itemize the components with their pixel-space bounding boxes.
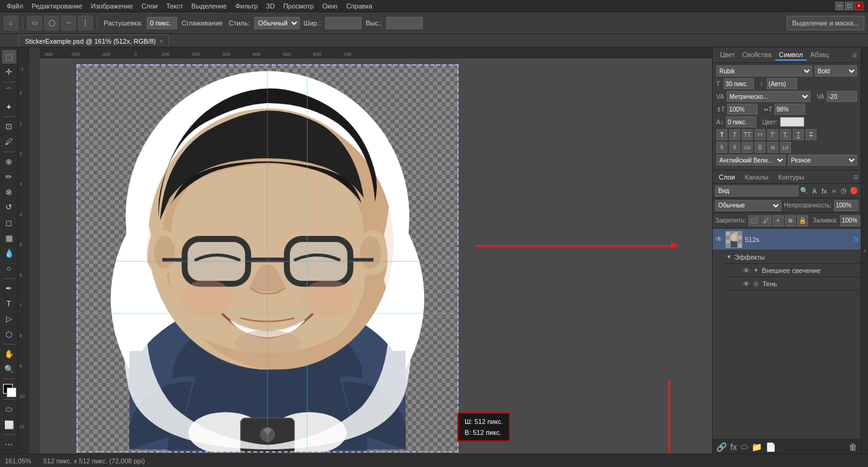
tool-zoom[interactable]: 🔍 [2,362,16,376]
layer-tab-channels[interactable]: Каналы [741,172,772,182]
select-mask-btn[interactable]: Выделение и маска... [787,16,864,30]
tracking-input[interactable] [827,91,857,102]
layer-item[interactable]: 👁 [713,229,861,250]
tool-pen[interactable]: ✒ [2,281,16,295]
menu-filter[interactable]: Фильтр [231,1,262,11]
tool-shape[interactable]: ⬡ [2,327,16,341]
new-layer-btn[interactable]: 📄 [765,442,776,452]
style-select[interactable]: Обычный [254,17,300,29]
height-input[interactable] [386,17,423,29]
tool-path-select[interactable]: ▷ [2,312,16,326]
strikethrough-btn[interactable]: T [806,129,816,140]
tool-mask-mode[interactable]: ⬭ [2,402,16,416]
feathering-input[interactable] [147,17,177,29]
minimize-btn[interactable]: ─ [835,2,844,10]
tool-hand[interactable]: ✋ [2,347,16,361]
add-style-btn[interactable]: fx [730,442,737,452]
superscript-btn[interactable]: T' [767,129,778,140]
lock-transparent[interactable]: ⬚ [749,215,759,226]
color-swatch[interactable] [2,383,16,397]
layer-tab-layers[interactable]: Слои [715,172,739,182]
font-family-select[interactable]: Rubik [716,66,812,76]
lock-artboard[interactable]: ⊕ [785,215,796,226]
italic-btn[interactable]: T [729,129,740,140]
font-size-input[interactable] [724,78,754,89]
tool-selection[interactable]: ⬚ [2,50,16,64]
tool-lasso[interactable]: ⌒ [2,85,16,99]
lock-all[interactable]: 🔒 [797,215,808,226]
tab-close-icon[interactable]: × [160,38,163,44]
layer-fx-badge[interactable]: fx [853,236,858,243]
ligature-btn[interactable]: fi [716,142,727,153]
menu-edit[interactable]: Редактирование [27,1,87,11]
menu-layers[interactable]: Слои [137,1,162,11]
baseline-input[interactable] [726,116,756,127]
language-select[interactable]: Английский Вели... [716,155,786,166]
blend-mode-select[interactable]: Обычные [715,200,781,211]
tool-crop[interactable]: ⊡ [2,119,16,133]
shadow-vis[interactable]: 👁 [743,280,750,287]
panel-menu-icon[interactable]: ≡ [852,50,857,60]
tool-text[interactable]: T [2,297,16,311]
menu-file[interactable]: Файл [2,1,27,11]
panel-tab-symbol[interactable]: Символ [775,50,807,61]
layers-filter-name[interactable]: A [810,186,818,197]
tool-eyedropper[interactable]: 🖊 [2,135,16,149]
menu-text[interactable]: Текст [162,1,187,11]
hscale-input[interactable] [775,104,805,115]
menu-select[interactable]: Выделение [187,1,231,11]
toolbar-single-row[interactable]: ─ [61,16,76,30]
ordinal-btn[interactable]: 0 [755,142,765,153]
swash-btn[interactable]: st [767,142,778,153]
new-group-btn[interactable]: 📁 [752,442,762,452]
close-btn[interactable]: × [855,2,863,10]
underline-btn[interactable]: T [793,129,804,140]
layers-search-input[interactable] [715,186,798,197]
outer-glow-vis[interactable]: 👁 [743,267,750,274]
kerning-select[interactable]: Метрическо... [727,91,811,102]
subscript-btn[interactable]: T, [780,129,791,140]
tool-screen-mode[interactable]: ⬜ [2,418,16,432]
fill-input[interactable] [840,215,861,226]
layer-effects-header[interactable]: ▾ Эффекты [725,250,861,264]
tool-gradient[interactable]: ▦ [2,231,16,245]
document-tab[interactable]: StickerExample.psd @ 161% (512x, RGB/8) … [18,35,169,47]
width-input[interactable] [325,17,362,29]
layer-visibility-toggle[interactable]: 👁 [715,235,723,244]
bold-btn[interactable]: T [716,129,727,140]
menu-3d[interactable]: 3D [262,1,279,11]
smallcaps-btn[interactable]: TT [755,129,765,140]
add-mask-btn[interactable]: ⬭ [741,442,748,452]
fraction-btn[interactable]: 1/2 [742,142,753,153]
toolbar-marquee-rect[interactable]: ▭ [27,16,42,30]
delete-layer-btn[interactable]: 🗑 [849,442,857,452]
text-color-swatch[interactable] [780,117,804,127]
link-layers-btn[interactable]: 🔗 [716,442,727,452]
allcaps-btn[interactable]: TT [742,129,753,140]
tool-blur[interactable]: 💧 [2,246,16,260]
lock-image[interactable]: 🖊 [761,215,772,226]
effects-expand-icon[interactable]: ▾ [727,253,731,261]
layers-filter-color[interactable]: 🔴 [850,186,858,197]
tool-dodge[interactable]: ○ [2,261,16,275]
ligature2-btn[interactable]: fi [729,142,740,153]
lock-position[interactable]: + [773,215,784,226]
layers-filter-effect[interactable]: fx [820,186,828,197]
menu-help[interactable]: Справка [342,1,377,11]
panel-tab-paragraph[interactable]: Абзац [807,50,833,61]
maximize-btn[interactable]: □ [845,2,853,10]
tool-history-brush[interactable]: ↺ [2,200,16,214]
tool-clone[interactable]: ⊗ [2,185,16,199]
tool-brush[interactable]: ✏ [2,170,16,184]
panel-collapse-btn[interactable]: ‹ [861,47,868,454]
layers-filter-mode[interactable]: ≈ [830,186,838,197]
layers-filter-type[interactable]: 🔍 [800,186,809,197]
menu-view[interactable]: Просмотр [279,1,318,11]
toolbar-marquee-ellipse[interactable]: ◯ [44,16,59,30]
tool-healing[interactable]: ⊕ [2,155,16,169]
panel-tab-color[interactable]: Цвет [716,50,739,61]
tool-extra[interactable]: ⋯ [2,437,16,451]
panel-tab-properties[interactable]: Свойства [739,50,775,61]
layers-menu-icon[interactable]: ≡ [853,172,858,182]
toolbar-home-btn[interactable]: ⌂ [4,16,18,30]
